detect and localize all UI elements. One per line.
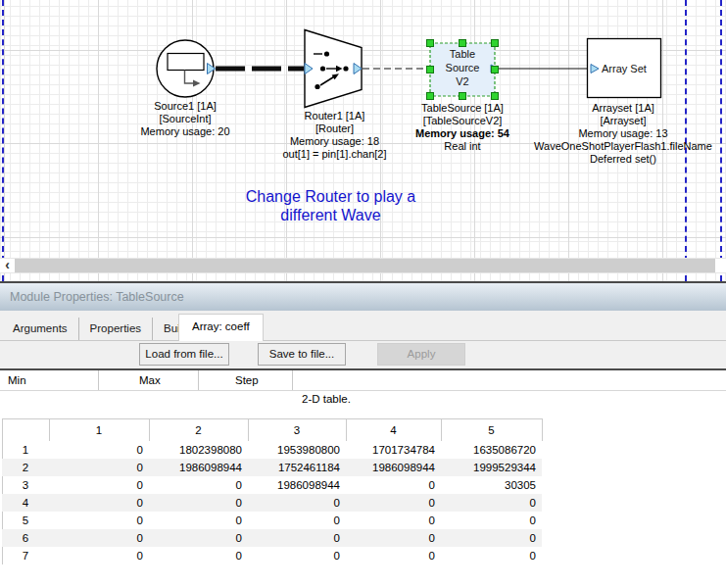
arrayset-module[interactable]: Array Set [588,39,661,98]
table-row: 7 0 0 0 0 0 [2,547,542,564]
cell[interactable]: 1953980800 [248,441,346,459]
cell[interactable]: 30305 [441,476,542,494]
range-separator [198,370,199,390]
cell[interactable]: 0 [49,512,149,529]
table-row: 5 0 0 0 0 0 [2,512,542,529]
table-row: 4 0 0 0 0 0 [2,494,542,512]
canvas-annotation[interactable]: Change Router to play a different Wave [225,187,436,224]
app-window: Table Source V2 [0,0,726,588]
arrayset-label: Arrayset [1A] [Arrayset] Memory usage: 1… [524,102,722,166]
arrayset-body-label: Array Set [602,63,647,74]
cell[interactable]: 1802398080 [149,441,248,459]
cell[interactable]: 1752461184 [248,459,346,476]
scrollbar-thumb[interactable] [15,259,715,272]
cell[interactable]: 1986098944 [248,476,346,494]
panel-upper-section: Arguments Properties Build Array: coeff … [0,311,726,368]
cell[interactable]: 0 [441,494,542,512]
tabs-underline [0,340,726,341]
cell[interactable]: 0 [441,529,542,547]
cell[interactable]: 0 [149,476,248,494]
cell[interactable]: 0 [248,529,346,547]
cell[interactable]: 0 [441,512,542,529]
router-node-icon [343,66,348,71]
tablesource-body-line1: Table [450,48,475,60]
tablesource-module[interactable]: Table Source V2 [427,40,499,100]
range-separator [98,370,99,390]
cell[interactable]: 0 [248,547,346,564]
panel-table-section: Min Max Step 2-D table. 1 2 3 4 5 1 0 18… [0,370,726,588]
cell[interactable]: 0 [346,494,441,512]
panel-title: Module Properties: TableSource [10,290,184,304]
cell[interactable]: 1986098944 [346,459,441,476]
row-header: 6 [2,529,49,547]
router-node-icon [320,66,325,71]
table-row: 1 0 1802398080 1953980800 1701734784 163… [2,441,542,459]
table-row: 3 0 0 1986098944 0 30305 [2,476,542,494]
column-header: 5 [441,419,542,441]
range-header: Min Max Step [0,370,726,391]
horizontal-scrollbar[interactable]: ‹ [0,258,726,273]
row-header: 5 [2,512,49,529]
cell[interactable]: 0 [49,494,149,512]
row-header: 2 [2,459,49,476]
source-symbol-icon [168,54,204,71]
cell[interactable]: 0 [346,476,441,494]
tablesource-body-line2: Source [446,62,480,74]
range-separator [292,370,293,390]
cell[interactable]: 0 [149,529,248,547]
cell[interactable]: 0 [346,547,441,564]
source-module[interactable] [157,40,214,97]
row-header: 3 [2,476,49,494]
cell[interactable]: 0 [441,547,542,564]
cell[interactable]: 0 [248,512,346,529]
column-header: 4 [346,419,441,441]
cell[interactable]: 0 [49,529,149,547]
cell[interactable]: 1999529344 [441,459,542,476]
load-from-file-button[interactable]: Load from file... [139,343,229,366]
cell[interactable]: 1701734784 [346,441,441,459]
grid-header-separator [542,418,543,441]
column-header: 2 [149,419,248,441]
cell[interactable]: 0 [346,529,441,547]
save-to-file-button[interactable]: Save to file... [258,343,346,366]
cell[interactable]: 0 [149,494,248,512]
table-row: 6 0 0 0 0 0 [2,529,542,547]
cell[interactable]: 0 [49,459,149,476]
row-header: 4 [2,494,49,512]
tablesource-body-line3: V2 [456,75,468,87]
row-header: 7 [2,547,49,564]
tab-array-coeff[interactable]: Array: coeff [178,314,264,341]
step-header: Step [235,374,259,386]
tab-arguments[interactable]: Arguments [2,318,79,340]
cell[interactable]: 0 [149,547,248,564]
tab-bar: Arguments Properties Build [2,311,201,340]
cell[interactable]: 0 [248,494,346,512]
apply-button[interactable]: Apply [377,343,465,366]
grid-header-row: 1 2 3 4 5 [2,419,542,441]
design-canvas[interactable]: Table Source V2 [0,0,726,281]
tablesource-label: TableSource [1A] [TableSourceV2] Memory … [384,102,541,153]
min-header: Min [8,374,26,386]
cell[interactable]: 0 [346,512,441,529]
scroll-left-arrow-icon[interactable]: ‹ [0,259,15,272]
cell[interactable]: 0 [49,547,149,564]
corner-header [2,419,49,441]
cell[interactable]: 0 [149,512,248,529]
cell[interactable]: 0 [49,441,149,459]
page-guide-line [2,0,4,281]
column-header: 3 [248,419,346,441]
router-node-icon [324,51,329,56]
router-node-icon [315,84,319,89]
table-caption: 2-D table. [302,393,351,405]
source-label: Source1 [1A] [SourceInt] Memory usage: 2… [117,100,254,138]
table-row: 2 0 1986098944 1752461184 1986098944 199… [2,459,542,476]
cell[interactable]: 0 [49,476,149,494]
cell[interactable]: 1986098944 [149,459,248,476]
row-header: 1 [2,441,49,459]
cell[interactable]: 1635086720 [441,441,542,459]
column-header: 1 [49,419,149,441]
tab-properties[interactable]: Properties [79,318,153,340]
panel-titlebar: Module Properties: TableSource [0,283,726,311]
max-header: Max [139,374,161,386]
